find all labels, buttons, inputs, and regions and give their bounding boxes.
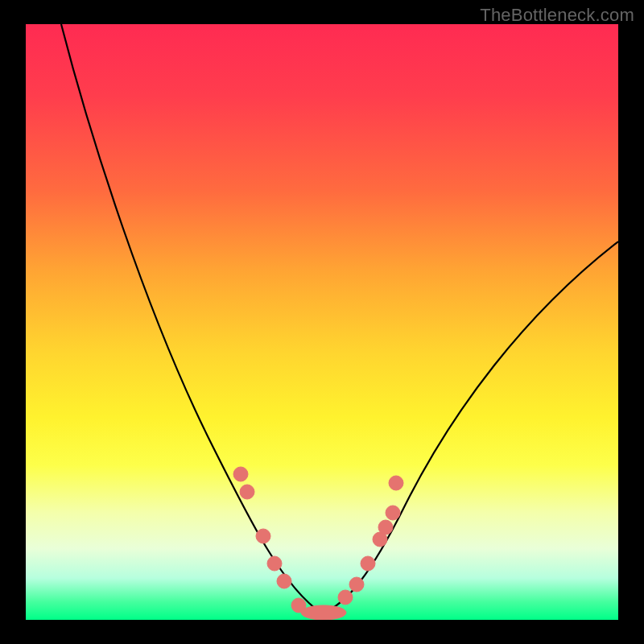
highlight-points	[233, 467, 403, 620]
plot-area	[26, 24, 618, 620]
svg-point-6	[301, 605, 346, 620]
left-curve	[61, 24, 322, 613]
svg-point-2	[256, 529, 270, 543]
svg-point-1	[240, 485, 254, 499]
svg-point-3	[267, 556, 282, 571]
svg-point-8	[349, 577, 364, 592]
chart-frame: TheBottleneck.com	[0, 0, 644, 644]
svg-point-11	[378, 520, 393, 535]
svg-point-12	[386, 506, 400, 520]
svg-point-9	[361, 556, 375, 571]
svg-point-0	[233, 467, 248, 481]
svg-point-13	[389, 476, 403, 490]
watermark-text: TheBottleneck.com	[480, 5, 634, 26]
svg-point-4	[277, 574, 291, 588]
curve-layer	[26, 24, 618, 620]
svg-point-7	[338, 590, 353, 605]
